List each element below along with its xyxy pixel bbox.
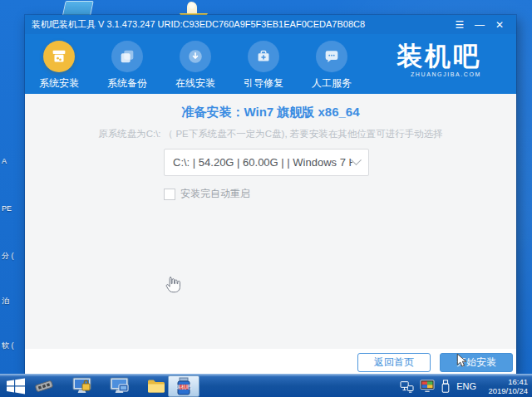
nav-header: 系统安装 系统备份 在线安装 bbox=[25, 34, 516, 94]
disk-select-value: C:\: | 54.20G | 60.00G | | Windows 7 Hor bbox=[173, 156, 352, 169]
start-install-button[interactable]: 开始安装 bbox=[440, 353, 513, 372]
clock-time: 16:41 bbox=[482, 377, 528, 387]
taskbar-pc-network-icon[interactable] bbox=[109, 376, 131, 396]
window-title: 装机吧装机工具 V 3.1.473.247 URID:C93EDC760A9F5… bbox=[32, 18, 450, 31]
logo-subtext: ZHUANGJIBA.COM bbox=[397, 71, 481, 77]
desktop-icon-label: PE bbox=[2, 204, 12, 213]
chat-bubble-icon bbox=[316, 41, 347, 72]
hand-cursor bbox=[162, 273, 184, 298]
app-window: 装机吧装机工具 V 3.1.473.247 URID:C93EDC760A9F5… bbox=[25, 15, 516, 374]
chevron-down-icon bbox=[351, 154, 362, 165]
tray-display-icon[interactable] bbox=[420, 380, 435, 393]
desktop-icon-label: A bbox=[2, 157, 7, 165]
taskbar-pc-lock-icon[interactable] bbox=[71, 376, 93, 396]
desktop-icon-label: 泊 bbox=[2, 296, 9, 306]
nav-item-online-install[interactable]: 在线安装 bbox=[161, 41, 229, 91]
nav-item-boot-repair[interactable]: 引导修复 bbox=[229, 41, 298, 91]
tray-usb-icon[interactable] bbox=[441, 380, 451, 394]
nav-item-system-install[interactable]: 系统安装 bbox=[25, 41, 93, 91]
taskbar-zhuangjiba-button[interactable]: 装机吧 bbox=[168, 375, 200, 397]
desktop-icon-label: 软 ( bbox=[2, 341, 14, 351]
taskbar-folder-icon[interactable] bbox=[146, 376, 166, 396]
auto-restart-checkbox[interactable] bbox=[164, 189, 175, 200]
taskbar-usb-hub-icon[interactable] bbox=[33, 376, 55, 396]
nav-item-human-service[interactable]: 人工服务 bbox=[298, 41, 366, 91]
nav-label: 系统安装 bbox=[25, 76, 93, 91]
menu-icon[interactable]: ☰ bbox=[450, 19, 470, 31]
auto-restart-row: 安装完自动重启 bbox=[164, 187, 250, 201]
titlebar: 装机吧装机工具 V 3.1.473.247 URID:C93EDC760A9F5… bbox=[25, 15, 516, 34]
start-button[interactable] bbox=[5, 377, 27, 395]
nav-label: 在线安装 bbox=[161, 76, 229, 91]
tray-network-icon[interactable] bbox=[400, 380, 414, 393]
desktop-icon-label: 分 ( bbox=[2, 251, 14, 262]
app-logo: 装机吧 ZHUANGJIBA.COM bbox=[397, 42, 481, 77]
auto-restart-label: 安装完自动重启 bbox=[180, 187, 250, 201]
arrow-cursor bbox=[453, 352, 470, 370]
minimize-icon[interactable]: — bbox=[470, 19, 490, 31]
nav-item-system-backup[interactable]: 系统备份 bbox=[93, 41, 161, 91]
download-circle-icon bbox=[180, 41, 211, 72]
disk-select[interactable]: C:\: | 54.20G | 60.00G | | Windows 7 Hor bbox=[164, 149, 369, 176]
main-content: 准备安装：Win7 旗舰版 x86_64 原系统盘为C:\: （ PE下系统盘不… bbox=[25, 94, 516, 349]
desktop: A PE 分 ( 泊 软 ( 装机吧装机工具 V 3.1.473.247 URI… bbox=[0, 0, 532, 397]
clock[interactable]: 16:41 2019/10/24 bbox=[482, 377, 530, 396]
clock-date: 2019/10/24 bbox=[482, 386, 528, 396]
page-title: 准备安装：Win7 旗舰版 x86_64 bbox=[25, 94, 516, 120]
backup-copies-icon bbox=[111, 41, 143, 72]
nav-label: 系统备份 bbox=[93, 76, 161, 91]
nav-label: 引导修复 bbox=[229, 76, 298, 91]
language-indicator[interactable]: ENG bbox=[456, 381, 476, 391]
system-tray: ENG 16:41 2019/10/24 bbox=[400, 375, 530, 397]
install-box-icon bbox=[43, 41, 75, 72]
logo-text: 装机吧 bbox=[397, 42, 481, 71]
close-icon[interactable]: ✕ bbox=[490, 19, 510, 31]
nav-label: 人工服务 bbox=[298, 76, 366, 91]
page-subtitle: 原系统盘为C:\: （ PE下系统盘不一定为C盘), 若要安装在其他位置可进行手… bbox=[25, 128, 516, 140]
repair-toolbox-icon bbox=[248, 41, 279, 72]
taskbar: 装机吧 ENG 16:41 2019/10/24 bbox=[0, 374, 532, 397]
back-home-button[interactable]: 返回首页 bbox=[357, 353, 431, 372]
footer: 返回首页 开始安装 bbox=[25, 349, 516, 374]
